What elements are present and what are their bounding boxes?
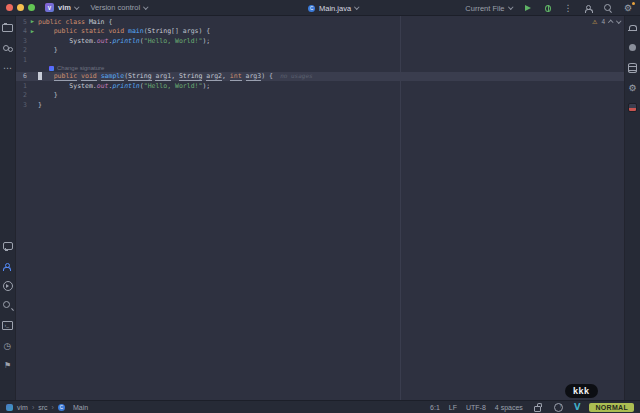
notifications-icon[interactable] xyxy=(625,21,640,34)
terminal-icon[interactable] xyxy=(0,319,16,332)
left-tool-stripe xyxy=(0,16,16,400)
breadcrumb-src[interactable]: src xyxy=(38,404,47,411)
code-line[interactable]: 1 xyxy=(16,55,624,65)
line-number[interactable]: 3 xyxy=(16,37,27,45)
line-number[interactable]: 5 xyxy=(16,18,27,26)
code-line[interactable]: 1 System.out.println("Hello, World!"); xyxy=(16,81,624,91)
code-token: ) { xyxy=(198,27,210,35)
breadcrumb-class[interactable]: Main xyxy=(73,404,88,411)
breadcrumb: vim › src › C Main xyxy=(6,404,88,411)
line-number[interactable]: 1 xyxy=(16,56,27,64)
code-token: public class xyxy=(38,18,89,26)
code-text: public static void main(String[] args) { xyxy=(38,27,210,35)
code-token: ); xyxy=(202,37,210,45)
left-stripe-top xyxy=(0,21,16,74)
play-icon xyxy=(525,5,531,11)
settings-button[interactable] xyxy=(622,2,634,14)
bookmarks-icon[interactable] xyxy=(0,359,16,372)
gutter[interactable]: ▶ xyxy=(27,29,38,35)
code-token: "Hello, World!" xyxy=(144,37,203,45)
code-line[interactable]: 4▶ public static void main(String[] args… xyxy=(16,27,624,37)
code-token xyxy=(242,72,246,80)
previous-problem-button[interactable] xyxy=(608,20,613,25)
ideavim-icon[interactable]: V xyxy=(574,402,581,412)
code-token: System xyxy=(69,37,92,45)
code-token: String xyxy=(148,27,171,35)
run-configuration-label: Current File xyxy=(465,4,504,13)
chevron-down-icon xyxy=(143,4,148,9)
debug-button[interactable] xyxy=(542,2,554,14)
inspections-status-icon[interactable] xyxy=(553,401,565,413)
gradle-icon[interactable] xyxy=(625,81,640,94)
code-line[interactable]: 2 } xyxy=(16,46,624,56)
code-token: { xyxy=(105,18,113,26)
next-problem-button[interactable] xyxy=(616,19,621,24)
code-token: arg2 xyxy=(206,72,222,81)
warning-count: 4 xyxy=(601,18,605,25)
warning-icon: ⚠ xyxy=(592,18,597,25)
find-tool-window-icon[interactable] xyxy=(0,299,16,312)
code-line[interactable]: 3} xyxy=(16,100,624,110)
code-line[interactable]: 6 public void sample(String arg1, String… xyxy=(16,72,624,82)
code-text: } xyxy=(38,101,42,109)
gutter[interactable]: ▶ xyxy=(27,19,38,25)
vim-mode-badge[interactable]: NORMAL xyxy=(589,403,634,412)
line-number[interactable]: 2 xyxy=(16,46,27,54)
java-class-icon: C xyxy=(308,5,315,12)
minimize-window-button[interactable] xyxy=(17,4,24,11)
line-number[interactable]: 6 xyxy=(16,72,27,80)
run-gutter-icon[interactable]: ▶ xyxy=(31,29,34,35)
code-token xyxy=(38,82,69,90)
database-icon[interactable] xyxy=(625,61,640,74)
line-separator-widget[interactable]: LF xyxy=(449,404,457,411)
zoom-window-button[interactable] xyxy=(28,4,35,11)
readonly-lock-icon[interactable] xyxy=(532,401,544,413)
code-token: Main xyxy=(89,18,105,26)
indent-widget[interactable]: 4 spaces xyxy=(495,404,523,411)
code-token: String xyxy=(128,72,151,81)
run-button[interactable] xyxy=(522,2,534,14)
status-bar: vim › src › C Main 6:1 LF UTF-8 4 spaces… xyxy=(0,400,640,413)
code-token: ); xyxy=(202,82,210,90)
code-editor[interactable]: 5▶public class Main {4▶ public static vo… xyxy=(16,16,624,400)
code-token: , xyxy=(171,72,179,80)
left-stripe-bottom xyxy=(0,239,16,372)
java-class-icon: C xyxy=(58,404,65,411)
project-folder-icon[interactable] xyxy=(0,21,16,34)
more-tool-windows-icon[interactable] xyxy=(0,61,16,74)
comments-icon[interactable] xyxy=(0,239,16,252)
code-line[interactable]: 3 System.out.println("Hello, World!"); xyxy=(16,36,624,46)
code-text: System.out.println("Hello, World!"); xyxy=(38,82,210,90)
caret-position-widget[interactable]: 6:1 xyxy=(430,404,440,411)
code-token: println xyxy=(112,82,139,90)
keystroke-overlay: kkk xyxy=(565,384,598,398)
code-token: int xyxy=(230,72,242,81)
breadcrumb-project[interactable]: vim xyxy=(17,404,28,411)
run-configuration-selector[interactable]: Current File xyxy=(465,4,512,13)
inspections-widget[interactable]: ⚠ 4 xyxy=(592,18,620,25)
ai-assistant-icon[interactable] xyxy=(625,41,640,54)
project-widget[interactable]: V vim xyxy=(45,3,78,12)
line-number[interactable]: 1 xyxy=(16,82,27,90)
code-line[interactable]: 5▶public class Main { xyxy=(16,17,624,27)
plugin-tool-icon[interactable] xyxy=(625,101,640,114)
commit-icon[interactable] xyxy=(0,41,16,54)
line-number[interactable]: 3 xyxy=(16,101,27,109)
code-token: [] xyxy=(171,27,183,35)
line-number[interactable]: 2 xyxy=(16,91,27,99)
version-control-widget[interactable]: Version control xyxy=(90,3,147,12)
run-gutter-icon[interactable]: ▶ xyxy=(31,19,34,25)
close-window-button[interactable] xyxy=(6,4,13,11)
search-everywhere-button[interactable] xyxy=(602,2,614,14)
code-line[interactable]: 2 } xyxy=(16,91,624,101)
code-text: public class Main { xyxy=(38,18,112,26)
change-signature-hint[interactable]: Change signature xyxy=(16,65,624,72)
more-actions-button[interactable]: ⋮ xyxy=(562,2,574,14)
history-icon[interactable] xyxy=(0,339,16,352)
file-title-widget[interactable]: C Main.java xyxy=(308,0,359,16)
pull-requests-icon[interactable] xyxy=(0,259,16,272)
run-tool-window-icon[interactable] xyxy=(0,279,16,292)
encoding-widget[interactable]: UTF-8 xyxy=(466,404,486,411)
code-with-me-button[interactable] xyxy=(582,2,594,14)
line-number[interactable]: 4 xyxy=(16,27,27,35)
